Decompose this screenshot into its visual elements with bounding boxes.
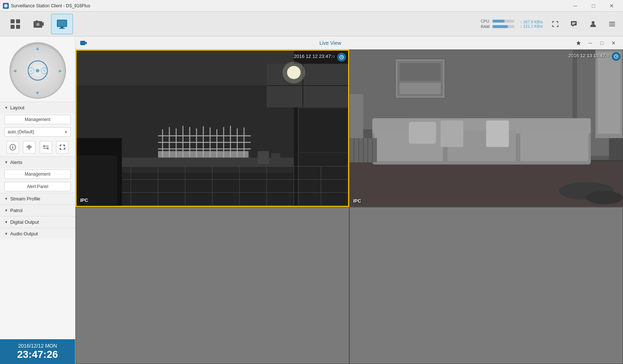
live-view-title: Live View [319, 40, 341, 46]
ptz-up-button[interactable]: ▲ [35, 45, 40, 51]
svg-point-98 [586, 191, 623, 204]
fullscreen-button[interactable] [549, 17, 562, 31]
stream-profile-section-header[interactable]: ▼ Stream Profile [0, 193, 75, 204]
grid-view-button[interactable] [4, 14, 26, 34]
toolbar-buttons [4, 14, 73, 34]
svg-rect-20 [609, 24, 615, 24]
svg-rect-95 [486, 121, 509, 147]
cpu-row: CPU [481, 19, 514, 23]
svg-rect-76 [258, 151, 269, 164]
svg-rect-9 [36, 20, 38, 21]
camera-cell-1[interactable]: 2016 12 12 23:47:○ IPC [75, 50, 349, 207]
ptz-left-button[interactable]: ◄ [12, 68, 17, 74]
svg-rect-19 [609, 22, 615, 23]
grid-icon [9, 18, 21, 30]
lv-minimize-button[interactable]: ─ [585, 38, 595, 48]
patrol-label: Patrol [10, 208, 23, 213]
layout-management-button[interactable]: Management [4, 115, 71, 124]
camera-cell-3[interactable] [75, 207, 349, 364]
svg-rect-4 [16, 25, 20, 29]
sidebar: ▲ ▼ ◄ ► − + ▼ Layout Management aut [0, 36, 75, 364]
svg-point-24 [12, 145, 13, 146]
ram-fill [492, 25, 508, 28]
info-icon [9, 144, 16, 150]
cpu-fill [492, 20, 505, 23]
digital-output-section-header[interactable]: ▼ Digital Output [0, 216, 75, 228]
svg-point-0 [4, 4, 8, 8]
fullscreen-icon [552, 20, 559, 28]
lv-close-button[interactable]: ✕ [608, 38, 619, 48]
net-upload: ↑ 167.9 KB/s [520, 20, 543, 24]
sidebar-datetime: 2016/12/12 MON 23:47:26 [0, 339, 75, 364]
patrol-section-header[interactable]: ▼ Patrol [0, 204, 75, 216]
ptz-wheel: ▲ ▼ ◄ ► − + [9, 42, 66, 99]
svg-rect-40 [299, 108, 347, 152]
network-stats: ↑ 167.9 KB/s ↓ 121.1 KB/s [520, 20, 543, 28]
svg-rect-2 [16, 19, 20, 23]
swap-button[interactable] [40, 141, 52, 153]
chat-button[interactable] [568, 17, 581, 31]
svg-rect-85 [400, 63, 440, 81]
layout-dropdown[interactable]: auto (Default) 1x1 2x2 3x3 4x4 [4, 127, 71, 137]
ptz-right-button[interactable]: ► [58, 68, 63, 74]
ptz-control: ▲ ▼ ◄ ► − + [0, 36, 75, 102]
camera-button[interactable] [28, 14, 50, 34]
zoom-in-button[interactable]: + [41, 67, 47, 74]
svg-point-8 [37, 23, 39, 26]
window-title: Surveillance Station Client - DS_916Plus [11, 3, 90, 8]
swap-icon [43, 144, 49, 150]
audio-output-section-header[interactable]: ▼ Audio Output [0, 228, 75, 239]
cpu-label: CPU [481, 19, 491, 23]
maximize-button[interactable]: □ [585, 0, 602, 12]
svg-rect-3 [11, 25, 15, 29]
svg-rect-109 [597, 52, 620, 134]
pin-button[interactable] [573, 38, 584, 48]
expand-button[interactable] [56, 141, 69, 153]
close-button[interactable]: ✕ [603, 0, 620, 12]
zoom-out-button[interactable]: − [28, 67, 34, 74]
ptz-dot [36, 69, 39, 73]
chat-icon [571, 20, 578, 28]
svg-rect-94 [441, 121, 463, 147]
live-view-controls: ─ □ ✕ [573, 38, 619, 48]
camera-cell-2[interactable]: 2016 12 13 15:47:○ IPC [349, 50, 623, 207]
svg-marker-6 [42, 22, 44, 26]
svg-rect-1 [11, 19, 15, 23]
cpu-bar [492, 20, 514, 23]
svg-point-29 [28, 146, 30, 148]
monitor-button[interactable] [51, 14, 73, 34]
sidebar-spacer [0, 239, 75, 339]
expand-icon [59, 144, 66, 150]
ptz-down-button[interactable]: ▼ [35, 90, 40, 96]
info-button[interactable] [7, 141, 19, 153]
user-button[interactable] [587, 17, 600, 31]
content-area: Live View ─ □ ✕ [75, 36, 623, 364]
location-button[interactable] [23, 141, 35, 153]
alert-panel-button[interactable]: Alert Panel [4, 182, 71, 191]
camera-cell-4[interactable] [349, 207, 623, 364]
title-bar: Surveillance Station Client - DS_916Plus… [0, 0, 623, 12]
location-icon [26, 144, 32, 150]
alerts-section-header[interactable]: ▼ Alerts [0, 156, 75, 168]
user-icon [589, 20, 597, 28]
digital-output-label: Digital Output [10, 219, 39, 225]
monitor-icon [56, 18, 68, 30]
svg-point-43 [283, 62, 305, 83]
lv-maximize-button[interactable]: □ [597, 38, 607, 48]
svg-rect-41 [299, 153, 347, 205]
ptz-center: − + [28, 60, 48, 81]
layout-section-header[interactable]: ▼ Layout [0, 102, 75, 113]
layout-dropdown-wrapper: auto (Default) 1x1 2x2 3x3 4x4 ▼ [4, 127, 71, 137]
camera-icon [33, 18, 44, 30]
layout-chevron-icon: ▼ [4, 106, 8, 110]
svg-point-18 [592, 21, 595, 24]
minimize-button[interactable]: ─ [567, 0, 584, 12]
menu-button[interactable] [606, 17, 619, 31]
alerts-management-button[interactable]: Management [4, 169, 71, 179]
stream-profile-chevron-icon: ▼ [4, 197, 8, 201]
ram-bar [492, 25, 514, 28]
svg-rect-16 [572, 23, 576, 23]
sidebar-actions [0, 138, 75, 156]
alerts-chevron-icon: ▼ [4, 160, 8, 164]
svg-rect-77 [271, 153, 280, 164]
